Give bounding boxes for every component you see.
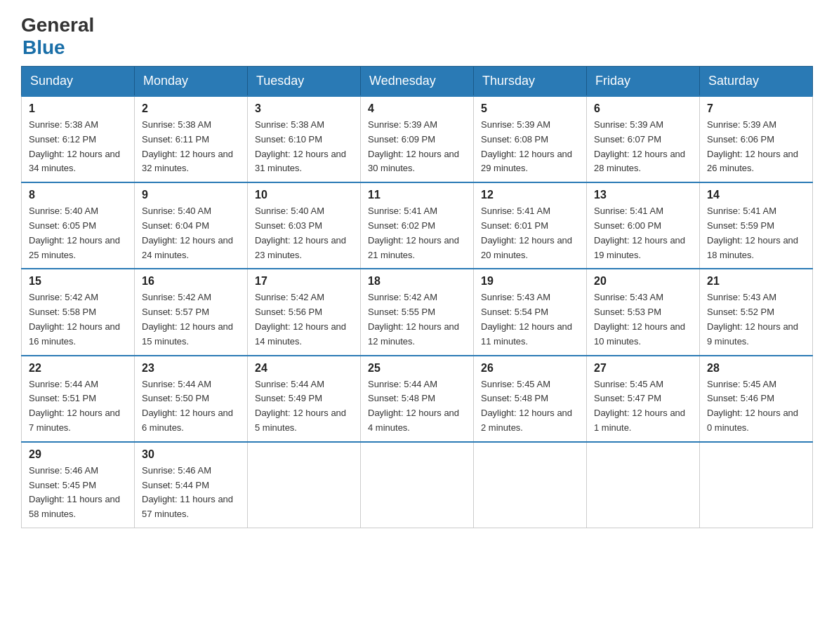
day-info: Sunrise: 5:39 AM Sunset: 6:08 PM Dayligh… bbox=[481, 118, 579, 176]
day-number: 14 bbox=[707, 189, 805, 201]
week-row-4: 22 Sunrise: 5:44 AM Sunset: 5:51 PM Dayl… bbox=[22, 356, 813, 442]
calendar-cell: 11 Sunrise: 5:41 AM Sunset: 6:02 PM Dayl… bbox=[361, 182, 474, 269]
calendar-cell bbox=[361, 442, 474, 528]
day-number: 11 bbox=[368, 189, 466, 201]
day-info: Sunrise: 5:44 AM Sunset: 5:51 PM Dayligh… bbox=[29, 377, 127, 436]
calendar-cell: 21 Sunrise: 5:43 AM Sunset: 5:52 PM Dayl… bbox=[700, 269, 813, 355]
calendar-cell: 26 Sunrise: 5:45 AM Sunset: 5:48 PM Dayl… bbox=[474, 356, 587, 442]
day-info: Sunrise: 5:46 AM Sunset: 5:45 PM Dayligh… bbox=[29, 464, 127, 522]
day-info: Sunrise: 5:40 AM Sunset: 6:04 PM Dayligh… bbox=[142, 204, 240, 262]
calendar-cell: 29 Sunrise: 5:46 AM Sunset: 5:45 PM Dayl… bbox=[22, 442, 135, 528]
day-number: 9 bbox=[142, 189, 240, 201]
day-info: Sunrise: 5:41 AM Sunset: 6:00 PM Dayligh… bbox=[594, 204, 692, 262]
day-number: 25 bbox=[368, 362, 466, 375]
logo-general-text: General bbox=[21, 14, 94, 36]
day-number: 21 bbox=[707, 275, 805, 288]
day-info: Sunrise: 5:41 AM Sunset: 6:01 PM Dayligh… bbox=[481, 204, 579, 262]
calendar-cell bbox=[474, 442, 587, 528]
day-number: 20 bbox=[594, 275, 692, 288]
day-info: Sunrise: 5:38 AM Sunset: 6:11 PM Dayligh… bbox=[142, 118, 240, 176]
day-number: 30 bbox=[142, 448, 240, 461]
day-info: Sunrise: 5:42 AM Sunset: 5:56 PM Dayligh… bbox=[255, 290, 353, 349]
day-info: Sunrise: 5:41 AM Sunset: 6:02 PM Dayligh… bbox=[368, 204, 466, 262]
day-number: 28 bbox=[707, 362, 805, 375]
calendar-cell: 14 Sunrise: 5:41 AM Sunset: 5:59 PM Dayl… bbox=[700, 182, 813, 269]
weekday-header-thursday: Thursday bbox=[474, 67, 587, 97]
calendar-cell: 8 Sunrise: 5:40 AM Sunset: 6:05 PM Dayli… bbox=[22, 182, 135, 269]
day-info: Sunrise: 5:46 AM Sunset: 5:44 PM Dayligh… bbox=[142, 464, 240, 522]
page-header: General Blue bbox=[21, 14, 813, 59]
day-number: 1 bbox=[29, 102, 127, 115]
day-number: 3 bbox=[255, 102, 353, 115]
day-info: Sunrise: 5:43 AM Sunset: 5:53 PM Dayligh… bbox=[594, 290, 692, 349]
day-number: 13 bbox=[594, 189, 692, 201]
calendar-cell: 9 Sunrise: 5:40 AM Sunset: 6:04 PM Dayli… bbox=[135, 182, 248, 269]
calendar-cell: 23 Sunrise: 5:44 AM Sunset: 5:50 PM Dayl… bbox=[135, 356, 248, 442]
day-number: 22 bbox=[29, 362, 127, 375]
calendar-cell: 2 Sunrise: 5:38 AM Sunset: 6:11 PM Dayli… bbox=[135, 96, 248, 182]
logo-blue-text: Blue bbox=[22, 36, 65, 59]
day-number: 16 bbox=[142, 275, 240, 288]
calendar-cell: 24 Sunrise: 5:44 AM Sunset: 5:49 PM Dayl… bbox=[248, 356, 361, 442]
calendar-cell bbox=[587, 442, 700, 528]
day-info: Sunrise: 5:42 AM Sunset: 5:55 PM Dayligh… bbox=[368, 290, 466, 349]
calendar-table: SundayMondayTuesdayWednesdayThursdayFrid… bbox=[21, 66, 813, 528]
day-number: 2 bbox=[142, 102, 240, 115]
calendar-cell: 17 Sunrise: 5:42 AM Sunset: 5:56 PM Dayl… bbox=[248, 269, 361, 355]
day-number: 12 bbox=[481, 189, 579, 201]
calendar-cell: 28 Sunrise: 5:45 AM Sunset: 5:46 PM Dayl… bbox=[700, 356, 813, 442]
calendar-cell: 30 Sunrise: 5:46 AM Sunset: 5:44 PM Dayl… bbox=[135, 442, 248, 528]
day-info: Sunrise: 5:39 AM Sunset: 6:06 PM Dayligh… bbox=[707, 118, 805, 176]
calendar-cell: 16 Sunrise: 5:42 AM Sunset: 5:57 PM Dayl… bbox=[135, 269, 248, 355]
weekday-header-friday: Friday bbox=[587, 67, 700, 97]
day-number: 19 bbox=[481, 275, 579, 288]
day-info: Sunrise: 5:43 AM Sunset: 5:54 PM Dayligh… bbox=[481, 290, 579, 349]
day-info: Sunrise: 5:44 AM Sunset: 5:48 PM Dayligh… bbox=[368, 377, 466, 436]
calendar-cell: 1 Sunrise: 5:38 AM Sunset: 6:12 PM Dayli… bbox=[22, 96, 135, 182]
day-number: 7 bbox=[707, 102, 805, 115]
day-info: Sunrise: 5:38 AM Sunset: 6:12 PM Dayligh… bbox=[29, 118, 127, 176]
day-number: 5 bbox=[481, 102, 579, 115]
day-info: Sunrise: 5:45 AM Sunset: 5:47 PM Dayligh… bbox=[594, 377, 692, 436]
weekday-header-sunday: Sunday bbox=[22, 67, 135, 97]
calendar-cell: 6 Sunrise: 5:39 AM Sunset: 6:07 PM Dayli… bbox=[587, 96, 700, 182]
calendar-cell: 20 Sunrise: 5:43 AM Sunset: 5:53 PM Dayl… bbox=[587, 269, 700, 355]
day-number: 17 bbox=[255, 275, 353, 288]
day-info: Sunrise: 5:38 AM Sunset: 6:10 PM Dayligh… bbox=[255, 118, 353, 176]
calendar-cell: 4 Sunrise: 5:39 AM Sunset: 6:09 PM Dayli… bbox=[361, 96, 474, 182]
week-row-2: 8 Sunrise: 5:40 AM Sunset: 6:05 PM Dayli… bbox=[22, 182, 813, 269]
day-number: 18 bbox=[368, 275, 466, 288]
day-number: 4 bbox=[368, 102, 466, 115]
day-number: 23 bbox=[142, 362, 240, 375]
calendar-cell: 7 Sunrise: 5:39 AM Sunset: 6:06 PM Dayli… bbox=[700, 96, 813, 182]
day-number: 8 bbox=[29, 189, 127, 201]
calendar-cell: 10 Sunrise: 5:40 AM Sunset: 6:03 PM Dayl… bbox=[248, 182, 361, 269]
calendar-cell: 19 Sunrise: 5:43 AM Sunset: 5:54 PM Dayl… bbox=[474, 269, 587, 355]
day-number: 24 bbox=[255, 362, 353, 375]
calendar-cell: 18 Sunrise: 5:42 AM Sunset: 5:55 PM Dayl… bbox=[361, 269, 474, 355]
calendar-cell: 27 Sunrise: 5:45 AM Sunset: 5:47 PM Dayl… bbox=[587, 356, 700, 442]
day-info: Sunrise: 5:41 AM Sunset: 5:59 PM Dayligh… bbox=[707, 204, 805, 262]
day-info: Sunrise: 5:43 AM Sunset: 5:52 PM Dayligh… bbox=[707, 290, 805, 349]
calendar-cell bbox=[700, 442, 813, 528]
calendar-cell: 22 Sunrise: 5:44 AM Sunset: 5:51 PM Dayl… bbox=[22, 356, 135, 442]
logo: General Blue bbox=[21, 14, 94, 59]
calendar-cell: 13 Sunrise: 5:41 AM Sunset: 6:00 PM Dayl… bbox=[587, 182, 700, 269]
day-info: Sunrise: 5:45 AM Sunset: 5:46 PM Dayligh… bbox=[707, 377, 805, 436]
day-info: Sunrise: 5:42 AM Sunset: 5:58 PM Dayligh… bbox=[29, 290, 127, 349]
day-info: Sunrise: 5:45 AM Sunset: 5:48 PM Dayligh… bbox=[481, 377, 579, 436]
calendar-cell: 25 Sunrise: 5:44 AM Sunset: 5:48 PM Dayl… bbox=[361, 356, 474, 442]
day-info: Sunrise: 5:44 AM Sunset: 5:50 PM Dayligh… bbox=[142, 377, 240, 436]
week-row-3: 15 Sunrise: 5:42 AM Sunset: 5:58 PM Dayl… bbox=[22, 269, 813, 355]
day-number: 15 bbox=[29, 275, 127, 288]
weekday-header-saturday: Saturday bbox=[700, 67, 813, 97]
day-number: 27 bbox=[594, 362, 692, 375]
weekday-header-wednesday: Wednesday bbox=[361, 67, 474, 97]
day-number: 29 bbox=[29, 448, 127, 461]
calendar-cell bbox=[248, 442, 361, 528]
day-info: Sunrise: 5:39 AM Sunset: 6:07 PM Dayligh… bbox=[594, 118, 692, 176]
day-info: Sunrise: 5:40 AM Sunset: 6:03 PM Dayligh… bbox=[255, 204, 353, 262]
weekday-header-row: SundayMondayTuesdayWednesdayThursdayFrid… bbox=[22, 67, 813, 97]
calendar-cell: 12 Sunrise: 5:41 AM Sunset: 6:01 PM Dayl… bbox=[474, 182, 587, 269]
calendar-cell: 5 Sunrise: 5:39 AM Sunset: 6:08 PM Dayli… bbox=[474, 96, 587, 182]
